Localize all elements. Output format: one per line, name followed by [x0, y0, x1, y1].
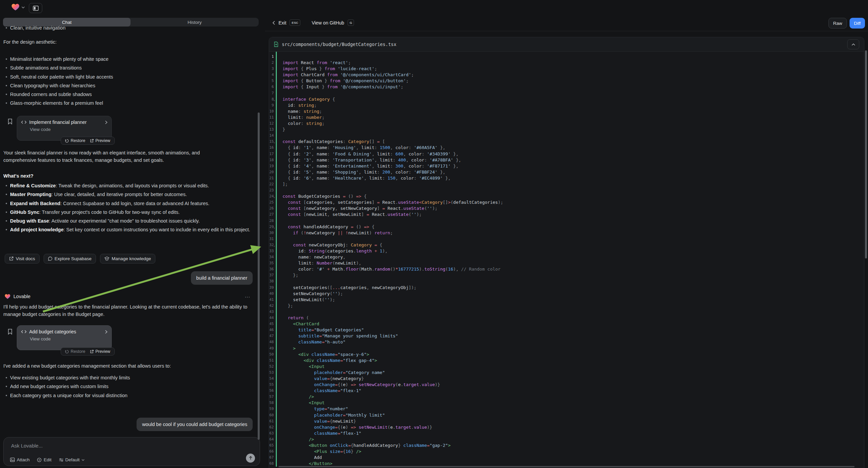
- line-number: 17: [269, 151, 274, 157]
- collapse-button[interactable]: [847, 39, 859, 49]
- code-line: 55 onChange={(e) => setNewCategory(e.tar…: [269, 382, 864, 388]
- code-line: 9 id: string;: [269, 103, 864, 109]
- code-text: { id: '3', name: 'Transportation', limit…: [282, 157, 461, 163]
- list-item: Expand with Backend: Connect Supabase to…: [3, 199, 252, 208]
- line-number: 29: [269, 224, 274, 230]
- line-number: 50: [269, 351, 274, 357]
- code-line: 10 name: string;: [269, 109, 864, 115]
- code-text: />: [282, 436, 314, 442]
- diff-button[interactable]: Diff: [849, 18, 865, 29]
- restore-button[interactable]: Restore: [65, 138, 85, 143]
- code-line: 49 >: [269, 346, 864, 351]
- model-selector[interactable]: Default: [59, 457, 85, 462]
- code-line: 58 <Input: [269, 400, 864, 406]
- line-number: 40: [269, 291, 274, 297]
- edit-mode-button[interactable]: Edit: [37, 457, 51, 462]
- bookmark-icon[interactable]: [7, 328, 13, 335]
- line-number: 63: [269, 430, 274, 436]
- list-item: Subtle animations and transitions: [3, 63, 253, 72]
- code-line: 46 title="Budget Categories": [269, 327, 864, 333]
- line-number: 44: [269, 315, 274, 321]
- composer-toolbar: Attach Edit Default: [10, 457, 85, 462]
- code-text: limit: number;: [282, 115, 324, 120]
- model-label: Default: [65, 457, 80, 462]
- explore-supabase-button[interactable]: Explore Supabase: [43, 254, 96, 264]
- chat-scrollbar[interactable]: [258, 113, 260, 440]
- divider: [265, 31, 868, 31]
- code-line: 66 <Plus size={16} />: [269, 448, 864, 455]
- line-number: 13: [269, 126, 274, 133]
- code-vertical-scrollbar[interactable]: [865, 50, 867, 259]
- code-text: type="number": [282, 406, 348, 412]
- code-text: <Input: [282, 400, 324, 406]
- back-chevron-icon[interactable]: [273, 21, 275, 25]
- code-line: 50 <div className="space-y-6">: [269, 351, 864, 357]
- assistant-name: Lovable: [13, 294, 31, 299]
- line-number: 15: [269, 139, 274, 145]
- code-text: setCategories([...categories, newCategor…: [282, 285, 416, 291]
- edit-label: Edit: [43, 457, 51, 462]
- code-line: 43: [269, 309, 864, 315]
- visit-docs-button[interactable]: Visit docs: [5, 254, 39, 264]
- code-line: 61 value={newLimit}: [269, 418, 864, 425]
- code-text: className="flex-1": [282, 430, 361, 436]
- artifact-title: Add budget categories: [29, 329, 102, 334]
- code-horizontal-scrollbar[interactable]: [278, 466, 855, 467]
- code-line: 62 onChange={(e) => setNewLimit(e.target…: [269, 425, 864, 430]
- manage-knowledge-button[interactable]: Manage knowledge: [100, 254, 155, 264]
- attach-button[interactable]: Attach: [10, 457, 30, 462]
- line-number: 46: [269, 327, 274, 333]
- code-text: >: [282, 346, 296, 351]
- line-number: 25: [269, 199, 274, 205]
- file-header[interactable]: src/components/budget/BudgetCategories.t…: [269, 37, 864, 52]
- code-text: <ChartCard: [282, 321, 319, 327]
- bookmark-icon[interactable]: [7, 118, 13, 125]
- code-line: 52 <Input: [269, 363, 864, 370]
- code-text: const [newLimit, setNewLimit] = React.us…: [282, 211, 422, 217]
- code-editor[interactable]: 12import React from 'react';3import { Pl…: [269, 52, 864, 467]
- code-line: 27 const [newLimit, setNewLimit] = React…: [269, 211, 864, 217]
- code-line: 64 />: [269, 436, 864, 442]
- preview-icon: [90, 139, 94, 143]
- code-text: if (!newCategory || !newLimit) return;: [282, 230, 393, 236]
- code-brackets-icon: [21, 120, 27, 124]
- message-menu-button[interactable]: ...: [245, 293, 250, 299]
- line-number: 35: [269, 260, 274, 266]
- code-line: 2import React from 'react';: [269, 60, 864, 66]
- send-button[interactable]: [246, 454, 255, 463]
- view-code-link[interactable]: View code: [30, 337, 107, 342]
- line-number: 4: [269, 72, 274, 78]
- code-text: const [newCategory, setNewCategory] = Re…: [282, 205, 437, 211]
- preview-button[interactable]: Preview: [90, 138, 110, 143]
- code-line: 67 Add: [269, 455, 864, 461]
- line-number: 57: [269, 394, 274, 400]
- preview-button[interactable]: Preview: [90, 349, 110, 354]
- code-text: <div className="space-y-6">: [282, 351, 369, 357]
- lovable-app: financial-future-creator Supabase GitHub: [0, 0, 868, 468]
- list-item: Add project knowledge: Set key context o…: [3, 225, 252, 234]
- code-text: import { Plus } from 'lucide-react';: [282, 66, 377, 72]
- list-item: Clean typography with clear hierarchies: [3, 81, 253, 90]
- code-line: 21 { id: '6', name: 'Healthcare', limit:…: [269, 175, 864, 181]
- sliders-icon: [59, 458, 63, 462]
- restore-button[interactable]: Restore: [65, 349, 85, 354]
- exit-button[interactable]: Exit: [278, 20, 286, 26]
- line-number: 14: [269, 133, 274, 139]
- code-text: import { Input } from '@/components/ui/i…: [282, 84, 403, 90]
- line-number: 27: [269, 211, 274, 217]
- line-number: 16: [269, 145, 274, 151]
- view-on-github-button[interactable]: View on GitHub: [312, 20, 344, 26]
- code-line: 41 setNewLimit('');: [269, 297, 864, 303]
- chat-input[interactable]: [10, 442, 213, 454]
- raw-button[interactable]: Raw: [829, 18, 847, 29]
- attach-image-icon: [10, 458, 15, 462]
- code-text: onChange={(e) => setNewLimit(e.target.va…: [282, 425, 432, 430]
- code-text: title="Budget Categories": [282, 327, 364, 333]
- code-line: 15⌄const defaultCategories: Category[] =…: [269, 139, 864, 145]
- artifact-card-add-budget-categories[interactable]: Add budget categories View code: [17, 325, 112, 350]
- line-number: 54: [269, 376, 274, 382]
- line-number: 32: [269, 242, 274, 248]
- code-text: const defaultCategories: Category[] = [: [282, 139, 385, 145]
- view-code-link[interactable]: View code: [30, 127, 107, 132]
- code-text: interface Category {: [282, 96, 335, 103]
